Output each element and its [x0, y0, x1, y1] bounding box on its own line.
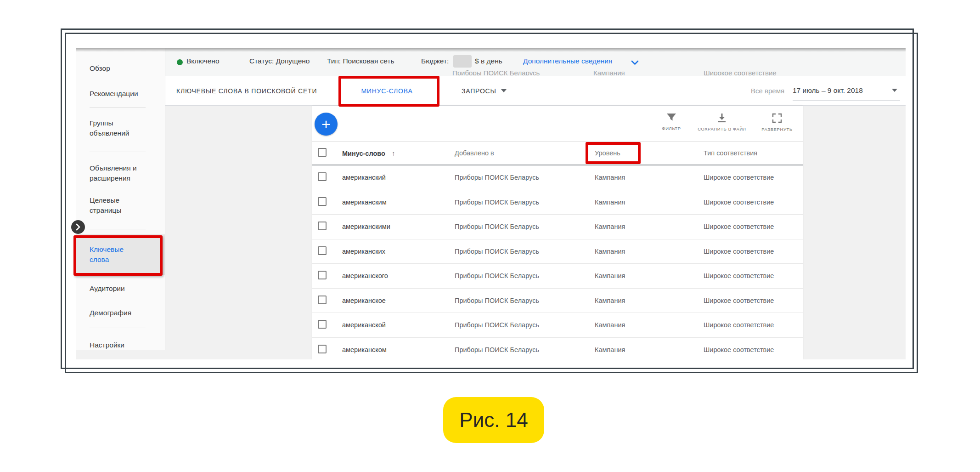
row-checkbox[interactable]	[318, 172, 327, 181]
cell-level: Кампания	[595, 321, 625, 329]
date-dropdown-arrow-icon	[892, 89, 897, 92]
save-to-file-label: СОХРАНИТЬ В ФАЙЛ	[698, 126, 746, 131]
type-field: Тип: Поисковая сеть	[327, 57, 394, 65]
column-label: Минус-слово	[342, 150, 385, 157]
sidebar: Обзор Рекомендации Группы объявлений Объ…	[76, 48, 165, 350]
cell-keyword: американский	[342, 174, 386, 181]
expand-label: РАЗВЕРНУТЬ	[761, 127, 793, 132]
cell-level: Кампания	[595, 199, 625, 206]
cell-level: Кампания	[595, 297, 625, 304]
page: Обзор Рекомендации Группы объявлений Объ…	[0, 0, 980, 472]
column-header-added-to[interactable]: Добавлено в	[455, 149, 494, 157]
sidebar-collapse-button[interactable]	[71, 220, 85, 234]
select-all-checkbox[interactable]	[318, 148, 327, 157]
chevron-right-icon	[75, 223, 81, 231]
top-shadow	[76, 48, 906, 52]
annotation-box-keywords-sidebar	[73, 235, 163, 276]
budget-label: Бюджет:	[421, 57, 449, 65]
tab-search-keywords[interactable]: КЛЮЧЕВЫЕ СЛОВА В ПОИСКОВОЙ СЕТИ	[176, 76, 317, 106]
sidebar-item-recommendations[interactable]: Рекомендации	[90, 89, 144, 99]
sidebar-item-overview[interactable]: Обзор	[90, 63, 144, 74]
status-field: Статус: Допущено	[249, 57, 310, 65]
cell-keyword: американского	[342, 272, 388, 279]
add-negative-keyword-button[interactable]: +	[315, 113, 338, 136]
sidebar-item-demographics[interactable]: Демография	[90, 308, 144, 318]
column-header-keyword[interactable]: Минус-слово↑	[342, 149, 395, 157]
cell-added-to: Приборы ПОИСК Беларусь	[455, 248, 539, 255]
sidebar-item-settings[interactable]: Настройки	[90, 340, 144, 350]
cell-match-type: Широкое соответствие	[704, 346, 774, 353]
cell-match-type: Широкое соответствие	[704, 297, 774, 304]
row-checkbox[interactable]	[318, 320, 327, 329]
row-checkbox[interactable]	[318, 296, 327, 304]
tab-search-terms[interactable]: ЗАПРОСЫ	[462, 76, 507, 106]
cell-added-to: Приборы ПОИСК Беларусь	[455, 321, 539, 329]
table-row[interactable]: американское Приборы ПОИСК Беларусь Камп…	[312, 289, 803, 313]
sort-ascending-icon: ↑	[392, 149, 395, 157]
additional-details-link[interactable]: Дополнительные сведения	[523, 57, 612, 65]
status-value: Допущено	[276, 57, 310, 65]
plus-icon: +	[321, 115, 331, 133]
negative-keywords-card: + ФИЛЬТР СОХРАНИТЬ В ФАЙЛ РАЗВЕРНУТЬ	[312, 106, 803, 359]
status-label: Статус:	[249, 57, 274, 65]
table-body: американский Приборы ПОИСК Беларусь Камп…	[312, 165, 803, 359]
enabled-label: Включено	[186, 57, 220, 65]
sidebar-item-ad-groups[interactable]: Группы объявлений	[90, 118, 144, 138]
date-range-picker[interactable]: 17 июль – 9 окт. 2018	[793, 80, 900, 101]
caption-text: Рис. 14	[459, 409, 528, 432]
cell-level: Кампания	[595, 272, 625, 279]
column-header-match-type[interactable]: Тип соответствия	[704, 149, 757, 157]
cell-match-type: Широкое соответствие	[704, 248, 774, 255]
annotation-box-level-column	[586, 142, 641, 164]
cell-match-type: Широкое соответствие	[704, 199, 774, 206]
sidebar-item-audiences[interactable]: Аудитории	[90, 284, 144, 294]
budget-value-redacted	[453, 55, 472, 68]
cell-keyword: американское	[342, 297, 386, 304]
cell-added-to: Приборы ПОИСК Беларусь	[455, 223, 539, 230]
cell-added-to: Приборы ПОИСК Беларусь	[455, 174, 539, 181]
filter-icon	[666, 113, 676, 122]
table-row[interactable]: американским Приборы ПОИСК Беларусь Камп…	[312, 190, 803, 215]
table-row[interactable]: американского Приборы ПОИСК Беларусь Кам…	[312, 264, 803, 289]
tab-label: ЗАПРОСЫ	[462, 87, 496, 95]
date-range-value: 17 июль – 9 окт. 2018	[793, 86, 863, 95]
table-row[interactable]: американский Приборы ПОИСК Беларусь Камп…	[312, 165, 803, 190]
cell-level: Кампания	[595, 174, 625, 181]
enabled-status-icon	[177, 59, 183, 65]
date-range-preset: Все время	[751, 76, 784, 106]
cell-match-type: Широкое соответствие	[704, 321, 774, 329]
cell-match-type: Широкое соответствие	[704, 223, 774, 230]
row-checkbox[interactable]	[318, 246, 327, 255]
type-label: Тип:	[327, 57, 341, 65]
cell-match-type: Широкое соответствие	[704, 272, 774, 279]
table-row[interactable]: американскими Приборы ПОИСК Беларусь Кам…	[312, 215, 803, 239]
row-checkbox[interactable]	[318, 197, 327, 206]
clipped-row-level: Кампания	[593, 69, 639, 75]
cell-added-to: Приборы ПОИСК Беларусь	[455, 297, 539, 304]
cell-match-type: Широкое соответствие	[704, 174, 774, 181]
sidebar-divider	[90, 152, 146, 152]
figure-caption: Рис. 14	[443, 397, 544, 443]
date-preset-label: Все время	[751, 87, 784, 95]
table-row[interactable]: американской Приборы ПОИСК Беларусь Камп…	[312, 313, 803, 338]
annotation-box-negative-keywords-tab	[338, 76, 439, 107]
table-row[interactable]: американских Приборы ПОИСК Беларусь Камп…	[312, 239, 803, 264]
cell-level: Кампания	[595, 223, 625, 230]
sidebar-item-ads-extensions[interactable]: Объявления и расширения	[90, 163, 144, 183]
dropdown-arrow-icon	[501, 89, 507, 92]
row-checkbox[interactable]	[318, 222, 327, 230]
sidebar-item-landing-pages[interactable]: Целевые страницы	[90, 195, 144, 216]
expand-button[interactable]: РАЗВЕРНУТЬ	[743, 113, 803, 132]
cell-keyword: американских	[342, 248, 385, 255]
table-header-row: Минус-слово↑ Добавлено в Уровень Тип соо…	[312, 142, 803, 165]
tab-bar: КЛЮЧЕВЫЕ СЛОВА В ПОИСКОВОЙ СЕТИ МИНУС-СЛ…	[165, 76, 906, 106]
type-value: Поисковая сеть	[343, 57, 394, 65]
cell-added-to: Приборы ПОИСК Беларусь	[455, 272, 539, 279]
row-checkbox[interactable]	[318, 345, 327, 353]
filter-label: ФИЛЬТР	[662, 126, 681, 131]
chevron-down-icon[interactable]	[631, 60, 639, 65]
table-row[interactable]: американском Приборы ПОИСК Беларусь Камп…	[312, 338, 803, 360]
expand-icon	[772, 113, 782, 123]
sidebar-divider	[90, 229, 146, 229]
row-checkbox[interactable]	[318, 271, 327, 279]
